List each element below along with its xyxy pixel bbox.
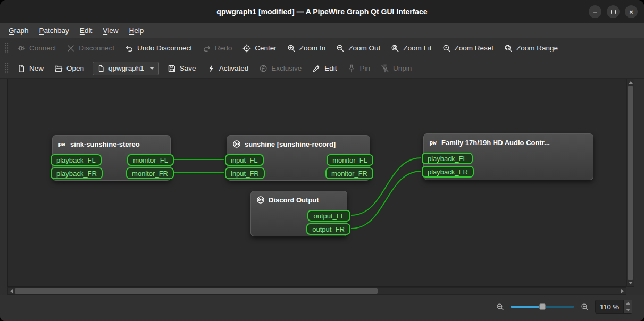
node-header: pwFamily 17h/19h HD Audio Contr... — [424, 134, 593, 149]
disconnect-icon — [66, 44, 75, 53]
graph-area: pwsink-sunshine-stereoplayback_FLplaybac… — [0, 79, 644, 287]
maximize-button[interactable] — [607, 5, 620, 18]
toolbar-button-unpin[interactable]: Unpin — [375, 61, 417, 76]
horizontal-scrollbar[interactable] — [7, 287, 626, 295]
connection-edges — [8, 79, 626, 286]
port-monitor-fr[interactable]: monitor_FR — [325, 167, 373, 179]
session-combobox-value: qpwgraph1 — [108, 64, 144, 72]
toolbar-button-zoom-in[interactable]: Zoom In — [282, 41, 331, 56]
scroll-right-arrow[interactable] — [619, 288, 626, 294]
node-family-audio[interactable]: pwFamily 17h/19h HD Audio Contr...playba… — [423, 133, 593, 180]
menu-item-help[interactable]: Help — [123, 23, 149, 38]
toolbar-button-redo[interactable]: Redo — [197, 41, 237, 56]
toolbar-button-label: New — [29, 64, 44, 72]
node-title: sunshine [sunshine-record] — [245, 140, 336, 148]
scroll-down-arrow[interactable] — [627, 280, 634, 286]
redo-icon — [203, 44, 211, 53]
scroll-up-arrow[interactable] — [627, 79, 634, 86]
menu-item-patchbay[interactable]: Patchbay — [34, 23, 74, 38]
zoom-slider[interactable] — [511, 302, 574, 311]
port-playback-fr[interactable]: playback_FR — [422, 166, 474, 178]
spin-up-button[interactable] — [624, 300, 632, 307]
minimize-icon: − — [593, 9, 597, 15]
port-monitor-fr[interactable]: monitor_FR — [126, 167, 174, 179]
zoom-value: 110 % — [596, 300, 623, 313]
port-label: output_FR — [312, 225, 345, 233]
port-label: playback_FR — [428, 168, 468, 176]
toolbar-button-zoom-out[interactable]: Zoom Out — [331, 41, 386, 56]
port-label: playback_FL — [56, 156, 96, 164]
vertical-scrollbar-thumb[interactable] — [628, 86, 633, 280]
port-monitor-fl[interactable]: monitor_FL — [327, 154, 373, 166]
spin-down-button[interactable] — [624, 307, 632, 314]
vertical-scrollbar[interactable] — [626, 79, 634, 287]
close-icon: × — [629, 9, 633, 15]
port-playback-fl[interactable]: playback_FL — [422, 153, 473, 164]
node-sink-sunshine-stereo[interactable]: pwsink-sunshine-stereoplayback_FLplaybac… — [52, 135, 171, 181]
new-icon — [17, 64, 26, 73]
close-button[interactable]: × — [625, 5, 638, 18]
zoom-spin-buttons — [623, 300, 632, 313]
toolbar-grip[interactable] — [5, 63, 9, 74]
toolbar-button-zoom-range[interactable]: Zoom Range — [499, 41, 563, 56]
toolbar-button-exclusive[interactable]: Exclusive — [254, 61, 307, 76]
zoom-slider-handle[interactable] — [539, 303, 546, 310]
minimize-button[interactable]: − — [589, 5, 601, 18]
toolbar-button-save[interactable]: Save — [162, 61, 202, 76]
port-playback-fl[interactable]: playback_FL — [51, 154, 102, 166]
menu-item-graph[interactable]: Graph — [3, 23, 34, 38]
node-discord-output[interactable]: Discord Outputoutput_FLoutput_FR — [250, 191, 347, 236]
svg-text:pw: pw — [430, 139, 437, 146]
pipewire-icon: pw — [58, 140, 66, 148]
toolbar-button-activated[interactable]: Activated — [202, 61, 254, 76]
graph-canvas[interactable]: pwsink-sunshine-stereoplayback_FLplaybac… — [7, 79, 626, 287]
port-playback-fr[interactable]: playback_FR — [51, 167, 103, 179]
port-input-fr[interactable]: input_FR — [225, 167, 265, 179]
session-combobox[interactable]: qpwgraph1 — [93, 62, 159, 75]
zoom-range-icon — [504, 44, 513, 53]
toolbar-button-disconnect[interactable]: Disconnect — [61, 41, 120, 56]
port-monitor-fl[interactable]: monitor_FL — [127, 154, 174, 166]
bolt-icon — [207, 64, 215, 73]
toolbar-button-edit[interactable]: Edit — [307, 61, 342, 76]
toolbar-button-pin[interactable]: Pin — [342, 61, 375, 76]
toolbar-button-zoom-reset[interactable]: Zoom Reset — [437, 41, 499, 56]
zoom-slider-fill — [511, 306, 542, 308]
port-output-fr[interactable]: output_FR — [306, 223, 350, 235]
record-icon — [232, 140, 241, 148]
toolbar-button-center[interactable]: Center — [237, 41, 282, 56]
zoom-out-icon[interactable] — [496, 303, 504, 311]
toolbar-button-label: Zoom Reset — [455, 44, 494, 52]
horizontal-scrollbar-track[interactable] — [15, 288, 619, 294]
zoom-out-icon — [496, 303, 504, 311]
horizontal-scrollbar-thumb[interactable] — [15, 288, 378, 294]
toolbar-button-open[interactable]: Open — [49, 61, 89, 76]
toolbar-button-zoom-fit[interactable]: Zoom Fit — [386, 41, 437, 56]
zoom-out-icon — [336, 44, 345, 53]
triangle-up-icon — [629, 81, 633, 84]
window-controls: − × — [589, 0, 638, 23]
scroll-left-arrow[interactable] — [8, 288, 15, 294]
node-header: sunshine [sunshine-record] — [227, 136, 370, 150]
toolbar-grip[interactable] — [5, 43, 9, 54]
toolbar-button-new[interactable]: New — [12, 61, 49, 76]
toolbar-button-label: Zoom In — [299, 44, 326, 52]
toolbar-button-label: Pin — [359, 64, 370, 72]
titlebar[interactable]: qpwgraph1 [modified] — A PipeWire Graph … — [0, 0, 644, 23]
node-header: Discord Output — [251, 191, 347, 206]
toolbar-button-connect[interactable]: Connect — [12, 41, 61, 56]
node-sunshine[interactable]: sunshine [sunshine-record]input_FLinput_… — [227, 135, 370, 181]
toolbar-button-undo-disconnect[interactable]: Undo Disconnect — [120, 41, 197, 56]
zoom-in-icon[interactable] — [581, 303, 589, 311]
zoom-in-icon — [287, 44, 296, 53]
zoom-spinbox[interactable]: 110 % — [595, 300, 632, 314]
menubar: GraphPatchbayEditViewHelp — [0, 23, 644, 38]
vertical-scrollbar-track[interactable] — [627, 86, 634, 280]
maximize-icon — [611, 10, 616, 14]
port-output-fl[interactable]: output_FL — [307, 210, 350, 222]
menu-item-edit[interactable]: Edit — [74, 23, 97, 38]
triangle-down-icon — [626, 309, 630, 311]
menu-item-view[interactable]: View — [97, 23, 123, 38]
port-input-fl[interactable]: input_FL — [225, 154, 264, 166]
statusbar: 110 % — [0, 295, 644, 321]
